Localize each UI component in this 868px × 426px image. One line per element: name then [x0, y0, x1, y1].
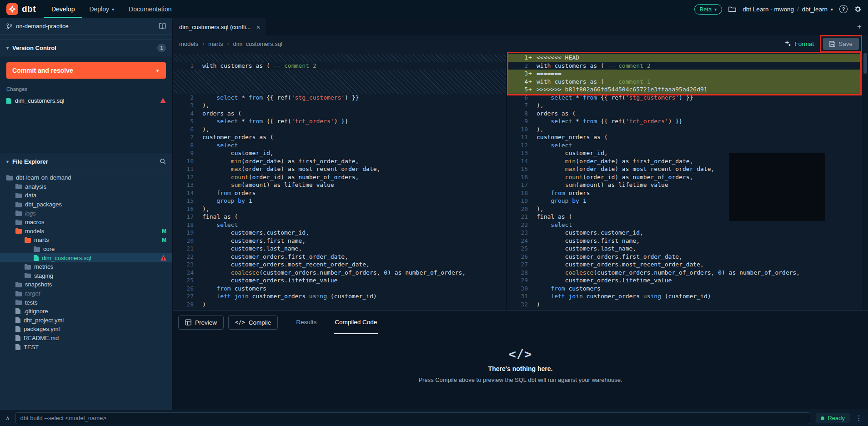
- account-project-switcher[interactable]: dbt Learn - mwong / dbt_learn ▾: [743, 6, 833, 13]
- tree-item-target[interactable]: target: [0, 289, 172, 298]
- editor-pane-conflict-view[interactable]: —1+<<<<<<< HEAD2with customers as ( -- c…: [507, 52, 862, 310]
- tree-item-metrics[interactable]: metrics: [0, 262, 172, 271]
- fold-marker-icon[interactable]: —: [507, 54, 512, 62]
- changed-file-dim-customers-sql[interactable]: dim_customers.sql: [6, 94, 166, 107]
- new-tab-button[interactable]: +: [851, 18, 868, 35]
- editor-scrollbar[interactable]: [862, 52, 868, 310]
- code-line-20[interactable]: 20 customers.first_name,: [173, 237, 506, 245]
- version-control-header[interactable]: ▾ Version Control 1: [0, 39, 172, 56]
- code-line-6[interactable]: 6 select * from {{ ref('stg_customers') …: [507, 94, 862, 102]
- code-line-4[interactable]: 4orders as (: [173, 110, 506, 118]
- code-line-24[interactable]: 24 customers.first_name,: [507, 237, 862, 245]
- code-line-25[interactable]: 25 customers.last_name,: [507, 245, 862, 253]
- git-branch-row[interactable]: on-demand-practice: [0, 18, 172, 35]
- code-line-9[interactable]: 9 select * from {{ ref('fct_orders') }}: [507, 117, 862, 125]
- code-line-5[interactable]: 5 select * from {{ ref('fct_orders') }}: [173, 117, 506, 125]
- nav-documentation[interactable]: Documentation: [121, 0, 179, 18]
- tab-results[interactable]: Results: [295, 311, 317, 334]
- code-line-21[interactable]: 21 customers.last_name,: [173, 245, 506, 253]
- code-line-27[interactable]: 27 customer_orders.most_recent_order_dat…: [507, 261, 862, 269]
- overflow-menu-icon[interactable]: ⋮: [855, 414, 863, 422]
- code-line-1[interactable]: 1with customers as ( -- comment 2: [173, 62, 506, 70]
- code-line-7[interactable]: 7customer_orders as (: [173, 133, 506, 141]
- tree-item-logs[interactable]: logs: [0, 209, 172, 218]
- code-line-25[interactable]: 25 customer_orders.lifetime_value: [173, 276, 506, 285]
- code-line-13[interactable]: 13 sum(amount) as lifetime_value: [173, 181, 506, 189]
- settings-gear-icon[interactable]: [854, 5, 862, 13]
- tree-item-snapshots[interactable]: snapshots: [0, 280, 172, 289]
- code-line-1[interactable]: —1+<<<<<<< HEAD: [507, 54, 862, 62]
- code-line-3[interactable]: 3),: [173, 101, 506, 110]
- commit-and-resolve-button[interactable]: Commit and resolve: [6, 62, 149, 79]
- code-line-27[interactable]: 27 left join customer_orders using (cust…: [173, 292, 506, 301]
- tree-item-macros[interactable]: macros: [0, 218, 172, 227]
- code-line-18[interactable]: 18 select: [173, 221, 506, 229]
- code-line-22[interactable]: 22 customer_orders.first_order_date,: [173, 253, 506, 261]
- file-explorer-header[interactable]: ▾ File Explorer: [0, 153, 172, 170]
- code-line-26[interactable]: 26 from customers: [173, 285, 506, 293]
- code-line-29[interactable]: 29 customer_orders.lifetime_value: [507, 276, 862, 285]
- code-line-6[interactable]: 6),: [173, 125, 506, 134]
- tab-dim-customers-sql[interactable]: dim_customers.sql (confli... ×: [173, 18, 267, 35]
- help-icon[interactable]: ?: [839, 5, 848, 13]
- search-icon[interactable]: [160, 158, 166, 165]
- code-line-31[interactable]: 31 left join customer_orders using (cust…: [507, 292, 862, 301]
- code-line-28[interactable]: 28 coalesce(customer_orders.number_of_or…: [507, 269, 862, 277]
- code-line-3[interactable]: 3+=======: [507, 70, 862, 78]
- dbt-logo[interactable]: dbt: [6, 3, 36, 15]
- tree-item-packages-yml[interactable]: packages.yml: [0, 325, 172, 334]
- code-line-8[interactable]: 8orders as (: [507, 110, 862, 118]
- code-line-30[interactable]: 30 from customers: [507, 285, 862, 293]
- code-line-12[interactable]: 12 count(order_id) as number_of_orders,: [173, 173, 506, 181]
- code-line-5[interactable]: 5+>>>>>>> b81f802a66fd544504c65721e3ffaa…: [507, 85, 862, 94]
- code-line-10[interactable]: 10 min(order_date) as first_order_date,: [173, 157, 506, 165]
- code-line-11[interactable]: 11customer_orders as (: [507, 133, 862, 141]
- code-line-28[interactable]: 28): [173, 301, 506, 309]
- tab-compiled-code[interactable]: Compiled Code: [334, 311, 378, 334]
- commit-dropdown-chevron[interactable]: ▾: [149, 62, 166, 79]
- tree-item-dbt-packages[interactable]: dbt_packages: [0, 200, 172, 209]
- nav-develop[interactable]: Develop: [44, 0, 82, 18]
- code-line-23[interactable]: 23 customers.customer_id,: [507, 229, 862, 237]
- tree-item-data[interactable]: data: [0, 191, 172, 200]
- code-line-10[interactable]: 10),: [507, 125, 862, 134]
- dbt-command-input[interactable]: [15, 412, 811, 424]
- tree-item-tests[interactable]: tests: [0, 298, 172, 307]
- docs-book-icon[interactable]: [159, 23, 166, 29]
- code-line-23[interactable]: 23 customer_orders.most_recent_order_dat…: [173, 261, 506, 269]
- code-line-11[interactable]: 11 max(order_date) as most_recent_order_…: [173, 165, 506, 173]
- code-line-4[interactable]: 4+with customers as ( -- comment 1: [507, 78, 862, 86]
- expand-console-icon[interactable]: ∧: [5, 415, 10, 421]
- tree-item-readme-md[interactable]: README.md: [0, 334, 172, 343]
- tab-close-icon[interactable]: ×: [256, 23, 261, 31]
- code-line-24[interactable]: 24 coalesce(customer_orders.number_of_or…: [173, 269, 506, 277]
- format-button[interactable]: Format: [785, 40, 814, 47]
- code-line-16[interactable]: 16),: [173, 205, 506, 213]
- code-line-7[interactable]: 7),: [507, 101, 862, 110]
- tree-item-dim-customers-sql[interactable]: dim_customers.sql: [0, 253, 172, 262]
- tree-item-gitignore[interactable]: .gitignore: [0, 307, 172, 316]
- tree-item-marts[interactable]: martsM: [0, 236, 172, 245]
- preview-button[interactable]: Preview: [178, 316, 224, 330]
- tree-item-staging[interactable]: staging: [0, 271, 172, 281]
- beta-badge[interactable]: Beta ▾: [694, 4, 722, 15]
- code-line-14[interactable]: 14 from orders: [173, 189, 506, 197]
- tree-item-analysis[interactable]: analysis: [0, 182, 172, 191]
- tree-item-dbt-project-yml[interactable]: dbt_project.yml: [0, 316, 172, 325]
- code-line-12[interactable]: 12 select: [507, 141, 862, 150]
- code-line-2[interactable]: 2 select * from {{ ref('stg_customers') …: [173, 94, 506, 102]
- save-button[interactable]: Save: [823, 38, 859, 50]
- code-line-19[interactable]: 19 customers.customer_id,: [173, 229, 506, 237]
- code-line-17[interactable]: 17final as (: [173, 213, 506, 221]
- code-line-9[interactable]: 9 customer_id,: [173, 149, 506, 157]
- code-line-2[interactable]: 2with customers as ( -- comment 2: [507, 62, 862, 70]
- tree-item-dbt-learn-on-demand[interactable]: dbt-learn-on-demand: [0, 173, 172, 182]
- tree-item-core[interactable]: core: [0, 245, 172, 254]
- nav-deploy[interactable]: Deploy▾: [82, 0, 121, 18]
- editor-pane-working-copy[interactable]: 1with customers as ( -- comment 22 selec…: [173, 52, 506, 310]
- code-line-15[interactable]: 15 group by 1: [173, 197, 506, 205]
- scrollbar-thumb[interactable]: [863, 53, 867, 74]
- code-line-32[interactable]: 32): [507, 301, 862, 309]
- tree-item-test[interactable]: TEST: [0, 342, 172, 351]
- tree-item-models[interactable]: modelsM: [0, 227, 172, 236]
